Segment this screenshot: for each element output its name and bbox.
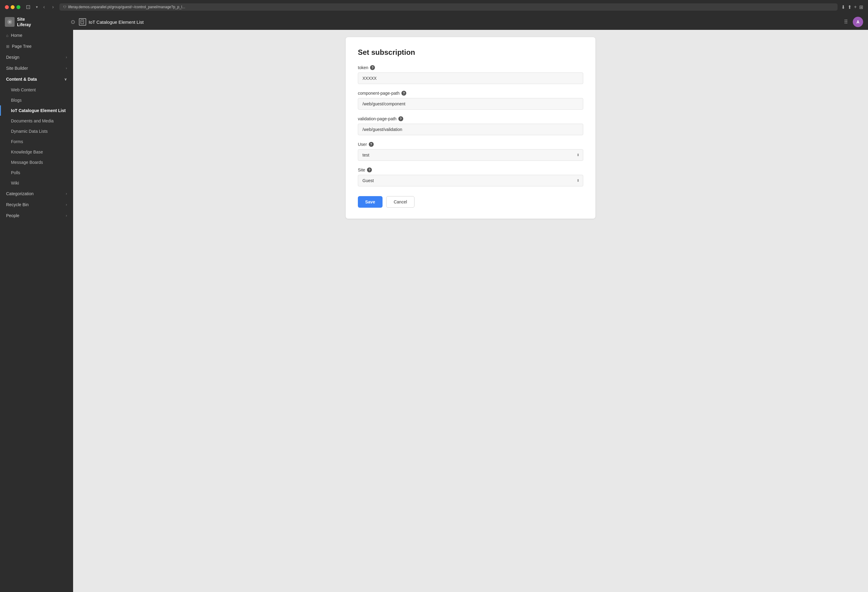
validation-page-path-label: validation-page-path ? — [358, 116, 583, 121]
page-title-text: IoT Catalogue Element List — [89, 19, 144, 25]
design-chevron-icon: › — [66, 55, 67, 59]
site-builder-label: Site Builder — [6, 66, 28, 71]
sidebar-item-wiki[interactable]: Wiki — [0, 178, 73, 188]
sidebar-section-people[interactable]: People › — [0, 210, 73, 221]
browser-actions: ⬇ ⬆ + ⊞ — [841, 4, 863, 10]
site-name: Site Liferay — [17, 16, 31, 27]
help-circle-icon[interactable]: ⊙ — [71, 19, 75, 25]
web-content-label: Web Content — [11, 87, 35, 92]
topbar-page-title-area: IoT Catalogue Element List — [79, 18, 840, 25]
user-select[interactable]: test — [358, 149, 583, 161]
component-page-path-label: component-page-path ? — [358, 91, 583, 96]
token-input[interactable] — [358, 72, 583, 84]
cancel-button[interactable]: Cancel — [386, 196, 415, 208]
form-group-token: token ? — [358, 65, 583, 84]
people-label: People — [6, 213, 19, 218]
content-data-label: Content & Data — [6, 77, 37, 82]
recycle-bin-label: Recycle Bin — [6, 202, 29, 207]
sidebar-item-web-content[interactable]: Web Content — [0, 85, 73, 95]
form-group-user: User ? test ⬍ — [358, 142, 583, 161]
site-label: Site ? — [358, 167, 583, 172]
categorization-label: Categorization — [6, 191, 34, 196]
content-data-chevron-icon: ∨ — [64, 77, 67, 81]
blogs-label: Blogs — [11, 98, 22, 103]
sidebar-item-home[interactable]: ⌂ Home — [0, 30, 73, 41]
back-button[interactable]: ‹ — [41, 4, 47, 10]
categorization-chevron-icon: › — [66, 192, 67, 196]
message-boards-label: Message Boards — [11, 160, 43, 165]
url-text: liferay.demos.unparallel.pt/group/guest/… — [68, 5, 185, 9]
sidebar-item-blogs[interactable]: Blogs — [0, 95, 73, 105]
browser-chrome: ⊡ ▾ ‹ › 🛡 liferay.demos.unparallel.pt/gr… — [0, 0, 868, 14]
topbar: Site Liferay ⊙ IoT Catalogue Element Lis… — [0, 14, 868, 30]
page-tree-icon: ⊞ — [6, 44, 9, 49]
polls-label: Polls — [11, 170, 20, 175]
maximize-button[interactable] — [16, 5, 21, 9]
validation-page-path-input[interactable] — [358, 124, 583, 135]
site-help-icon[interactable]: ? — [367, 167, 372, 172]
user-label-text: User — [358, 142, 367, 147]
close-button[interactable] — [5, 5, 9, 9]
component-page-path-input[interactable] — [358, 98, 583, 110]
avatar[interactable]: A — [853, 17, 863, 27]
grid-icon[interactable]: ⠿ — [844, 19, 848, 25]
extensions-icon[interactable]: ⊞ — [859, 4, 863, 10]
sidebar-section-design[interactable]: Design › — [0, 52, 73, 63]
sidebar-item-polls[interactable]: Polls — [0, 167, 73, 178]
content-area: Set subscription token ? component-page-… — [73, 30, 868, 592]
sidebar-page-tree-label: Page Tree — [12, 44, 32, 49]
form-group-validation-page-path: validation-page-path ? — [358, 116, 583, 135]
logo-icon — [5, 17, 15, 27]
knowledge-base-label: Knowledge Base — [11, 149, 43, 154]
home-icon: ⌂ — [6, 33, 9, 38]
forward-button[interactable]: › — [50, 4, 55, 10]
people-chevron-icon: › — [66, 214, 67, 218]
dynamic-data-lists-label: Dynamic Data Lists — [11, 129, 48, 134]
form-group-component-page-path: component-page-path ? — [358, 91, 583, 110]
recycle-bin-chevron-icon: › — [66, 202, 67, 207]
user-label: User ? — [358, 142, 583, 147]
save-button[interactable]: Save — [358, 196, 382, 208]
component-page-path-label-text: component-page-path — [358, 91, 400, 96]
sidebar-section-content-data[interactable]: Content & Data ∨ — [0, 74, 73, 85]
chevron-down-icon[interactable]: ▾ — [36, 5, 38, 9]
validation-page-path-label-text: validation-page-path — [358, 116, 397, 121]
shield-icon: 🛡 — [63, 5, 66, 9]
form-title: Set subscription — [358, 48, 583, 57]
main-window: Site Liferay ⊙ IoT Catalogue Element Lis… — [0, 14, 868, 592]
user-help-icon[interactable]: ? — [369, 142, 374, 147]
new-tab-icon[interactable]: + — [854, 4, 857, 10]
site-builder-chevron-icon: › — [66, 66, 67, 70]
sidebar-item-message-boards[interactable]: Message Boards — [0, 157, 73, 167]
forms-label: Forms — [11, 139, 23, 144]
address-bar[interactable]: 🛡 liferay.demos.unparallel.pt/group/gues… — [59, 3, 837, 11]
token-label-text: token — [358, 65, 368, 70]
page-icon — [79, 18, 86, 25]
main-layout: ⌂ Home ⊞ Page Tree Design › Site Builder… — [0, 30, 868, 592]
sidebar-section-recycle-bin[interactable]: Recycle Bin › — [0, 199, 73, 210]
minimize-button[interactable] — [11, 5, 15, 9]
sidebar-item-forms[interactable]: Forms — [0, 136, 73, 147]
sidebar: ⌂ Home ⊞ Page Tree Design › Site Builder… — [0, 30, 73, 592]
wiki-label: Wiki — [11, 180, 19, 186]
documents-media-label: Documents and Media — [11, 118, 54, 123]
form-group-site: Site ? Guest ⬍ — [358, 167, 583, 186]
sidebar-toggle-button[interactable]: ⊡ — [24, 3, 32, 11]
share-icon[interactable]: ⬆ — [847, 4, 852, 10]
token-label: token ? — [358, 65, 583, 70]
site-select[interactable]: Guest — [358, 175, 583, 186]
sidebar-item-page-tree[interactable]: ⊞ Page Tree — [0, 41, 73, 52]
token-help-icon[interactable]: ? — [370, 65, 375, 70]
sidebar-item-dynamic-data-lists[interactable]: Dynamic Data Lists — [0, 126, 73, 136]
validation-page-path-help-icon[interactable]: ? — [399, 116, 403, 121]
form-actions: Save Cancel — [358, 196, 583, 208]
sidebar-item-documents-media[interactable]: Documents and Media — [0, 116, 73, 126]
sidebar-item-knowledge-base[interactable]: Knowledge Base — [0, 147, 73, 157]
topbar-right: ⠿ A — [844, 17, 863, 27]
sidebar-section-categorization[interactable]: Categorization › — [0, 188, 73, 199]
download-icon[interactable]: ⬇ — [841, 4, 845, 10]
design-label: Design — [6, 55, 19, 60]
sidebar-section-site-builder[interactable]: Site Builder › — [0, 63, 73, 74]
sidebar-item-iot-catalogue[interactable]: IoT Catalogue Element List — [0, 105, 73, 116]
component-page-path-help-icon[interactable]: ? — [402, 91, 406, 96]
